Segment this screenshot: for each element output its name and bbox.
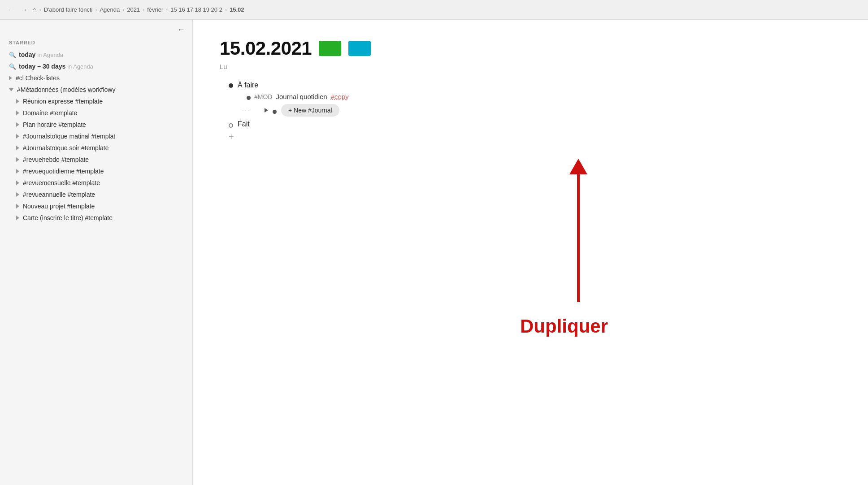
triangle-right-domaine [16, 111, 19, 115]
sidebar-item-revuehebdo-label: #revuehebdo #template [23, 156, 183, 163]
breadcrumb-week[interactable]: 15 16 17 18 19 20 2 [170, 6, 222, 13]
bullet-dot-journal [247, 96, 251, 100]
breadcrumb-2021[interactable]: 2021 [127, 6, 140, 13]
search-icon-today: 🔍 [9, 52, 16, 58]
sidebar-item-journalmat-label: #Journalstoïque matinal #templat [23, 133, 183, 140]
bullet-dot-fait [229, 123, 233, 128]
sidebar-item-domaine[interactable]: Domaine #template [0, 107, 192, 119]
sidebar-item-carte-label: Carte (inscrire le titre) #template [23, 214, 183, 221]
sidebar-item-revueann[interactable]: #revueannuelle #template [0, 189, 192, 200]
breadcrumb-sep-2: › [122, 7, 124, 13]
sidebar-item-cl[interactable]: #cl Check-listes [0, 72, 192, 84]
sidebar-item-plan-label: Plan horaire #template [23, 121, 183, 128]
triangle-right-revuequot [16, 169, 19, 173]
sidebar-item-today[interactable]: 🔍 today in Agenda [0, 49, 192, 61]
triangle-right-reunion [16, 99, 19, 104]
triangle-right-revueann [16, 192, 19, 197]
triangle-right-nouveauprojet [16, 204, 19, 208]
bullet-section-afaire: À faire #MOD Journal quotidien #copy ···… [229, 81, 841, 117]
triangle-right-revuemens [16, 181, 19, 185]
sidebar-back-btn[interactable]: ← [0, 25, 192, 38]
sidebar-item-revuequot-label: #revuequotidienne #template [23, 168, 183, 175]
sub-bullet-journal: #MOD Journal quotidien #copy [247, 93, 841, 100]
day-label: Lu [220, 63, 841, 70]
journal-text: Journal quotidien [276, 93, 327, 100]
dots-menu[interactable]: ··· [242, 107, 250, 114]
fait-label: Fait [238, 120, 250, 128]
home-icon[interactable]: ⌂ [32, 6, 37, 14]
triangle-right-revuehebdo [16, 157, 19, 162]
sidebar-item-revuequot[interactable]: #revuequotidienne #template [0, 165, 192, 177]
triangle-right-journalsoir [16, 146, 19, 150]
sidebar-item-today30-label: today – 30 days in Agenda [19, 63, 183, 70]
sidebar-item-journalmat[interactable]: #Journalstoïque matinal #templat [0, 130, 192, 142]
bullet-afaire-label: À faire [238, 81, 258, 89]
sidebar-item-carte[interactable]: Carte (inscrire le titre) #template [0, 212, 192, 224]
breadcrumb-fevrier[interactable]: février [147, 6, 163, 13]
sidebar-section-starred: STARRED [0, 38, 192, 49]
search-icon-today30: 🔍 [9, 63, 16, 70]
triangle-down-meta [9, 88, 13, 91]
sidebar-item-cl-label: #cl Check-listes [16, 74, 183, 82]
breadcrumb-agenda[interactable]: Agenda [100, 6, 120, 13]
breadcrumb-dabord[interactable]: D'abord faire foncti [44, 6, 93, 13]
sidebar-item-revuemens[interactable]: #revuemensuelle #template [0, 177, 192, 189]
triangle-right-cl [9, 76, 12, 80]
content-area: 15.02.2021 Lu À faire #MOD Journal quoti… [193, 20, 868, 485]
triangle-right-journalmat [16, 134, 19, 139]
sidebar-item-revuehebdo[interactable]: #revuehebdo #template [0, 154, 192, 165]
copy-link[interactable]: #copy [331, 93, 349, 100]
sidebar-item-today30[interactable]: 🔍 today – 30 days in Agenda [0, 61, 192, 72]
sidebar-item-nouveauprojet[interactable]: Nouveau projet #template [0, 200, 192, 212]
sidebar-today30-suffix: in Agenda [67, 63, 93, 70]
breadcrumb-day[interactable]: 15.02 [230, 6, 244, 13]
color-badge-green[interactable] [319, 41, 341, 56]
breadcrumb-sep-0: › [39, 7, 41, 13]
bullet-dot-newjournal [273, 110, 277, 114]
breadcrumb-sep-1: › [95, 7, 97, 13]
dupliquer-annotation: Dupliquer [520, 316, 608, 337]
date-header: 15.02.2021 [220, 38, 841, 59]
sub-bullet-section: #MOD Journal quotidien #copy ··· + New #… [247, 93, 841, 117]
date-title: 15.02.2021 [220, 38, 312, 59]
sidebar-item-metadonnees[interactable]: #Métadonnées (modèles workflowy [0, 84, 192, 95]
expand-triangle-icon[interactable] [265, 108, 268, 113]
annotation-arrow [534, 159, 623, 316]
sidebar-item-nouveauprojet-label: Nouveau projet #template [23, 203, 183, 210]
svg-marker-1 [569, 159, 587, 174]
sidebar-today30-bold: today – 30 days [19, 63, 65, 70]
sidebar-item-today-label: today in Agenda [19, 51, 183, 58]
bullet-item-afaire: À faire [229, 81, 841, 89]
main-layout: ← STARRED 🔍 today in Agenda 🔍 today – 30… [0, 20, 868, 485]
bullet-item-fait: Fait [229, 120, 841, 128]
sidebar-item-revuemens-label: #revuemensuelle #template [23, 179, 183, 186]
tag-mod: #MOD [254, 93, 272, 100]
new-journal-button[interactable]: + New #Journal [281, 104, 339, 117]
color-badge-blue[interactable] [348, 41, 371, 56]
sidebar-item-reunion-label: Réunion expresse #template [23, 98, 183, 105]
new-journal-row: ··· + New #Journal [265, 104, 841, 117]
breadcrumb-sep-3: › [143, 7, 144, 13]
triangle-right-carte [16, 216, 19, 220]
back-arrow-icon[interactable]: ← [177, 25, 185, 35]
sidebar-item-revueann-label: #revueannuelle #template [23, 191, 183, 198]
sidebar-item-journalsoir[interactable]: #Journalstoïque soir #template [0, 142, 192, 154]
top-bar: ← → ⌂ › D'abord faire foncti › Agenda › … [0, 0, 868, 20]
plus-add-button[interactable]: + [229, 132, 841, 142]
nav-back-button[interactable]: ← [5, 5, 16, 15]
sidebar: ← STARRED 🔍 today in Agenda 🔍 today – 30… [0, 20, 193, 485]
sidebar-item-reunion[interactable]: Réunion expresse #template [0, 95, 192, 107]
triangle-right-plan [16, 122, 19, 127]
bullet-dot-afaire [229, 83, 233, 88]
breadcrumb-sep-4: › [166, 7, 168, 13]
sidebar-item-domaine-label: Domaine #template [23, 109, 183, 117]
sidebar-item-plan[interactable]: Plan horaire #template [0, 119, 192, 130]
sidebar-today-suffix: in Agenda [37, 52, 63, 58]
sidebar-item-meta-label: #Métadonnées (modèles workflowy [17, 86, 183, 93]
nav-forward-button[interactable]: → [19, 5, 30, 15]
sidebar-today-bold: today [19, 51, 35, 58]
breadcrumb-sep-5: › [225, 7, 227, 13]
sidebar-item-journalsoir-label: #Journalstoïque soir #template [23, 144, 183, 152]
